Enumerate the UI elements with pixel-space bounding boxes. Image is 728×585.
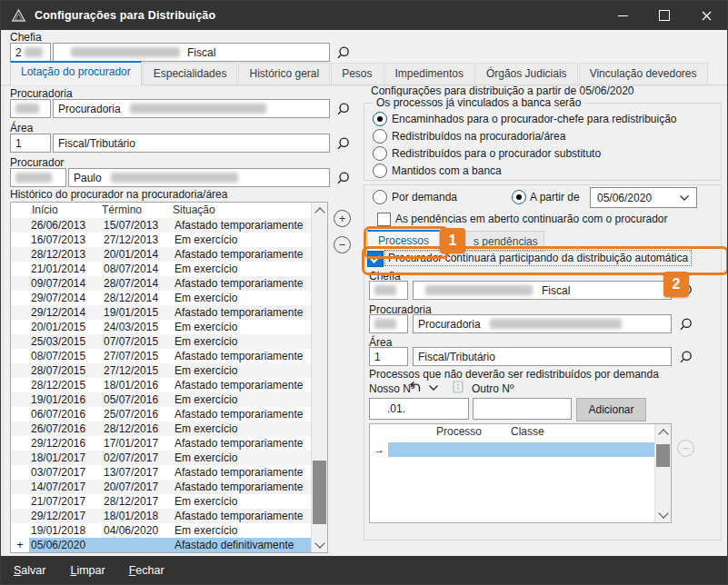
radio-redistribuidos-area[interactable] bbox=[373, 129, 387, 144]
date-combobox[interactable]: 05/06/2020 bbox=[590, 187, 697, 208]
procuradoria-right-name-field[interactable]: Procuradoria bbox=[413, 314, 672, 333]
table-row[interactable]: 18/01/201702/07/2017Em exercício bbox=[11, 451, 312, 465]
chefia-name-value: Fiscal bbox=[187, 46, 215, 59]
dropdown-button[interactable] bbox=[427, 383, 440, 392]
table-cell: 19/01/2015 bbox=[104, 305, 175, 320]
table-row[interactable]: 06/07/201625/07/2016Afastado temporariam… bbox=[11, 407, 312, 421]
table-row[interactable]: 28/12/201320/01/2014Afastado temporariam… bbox=[11, 247, 312, 262]
area-name-field[interactable]: Fiscal/Tributário bbox=[53, 134, 330, 153]
procurador-code-field[interactable] bbox=[10, 168, 66, 187]
procurador-name-field[interactable]: Paulo bbox=[68, 168, 330, 187]
chefia-name-field[interactable]: Fiscal bbox=[53, 43, 330, 62]
area-right-search-button[interactable] bbox=[677, 349, 693, 365]
area-right-name-field[interactable]: Fiscal/Tributário bbox=[413, 347, 672, 366]
area-code-field[interactable]: 1 bbox=[10, 134, 51, 153]
process-scrollbar[interactable] bbox=[654, 424, 671, 522]
table-cell: Em exercício bbox=[175, 233, 312, 247]
table-row[interactable]: 25/03/201507/07/2015Em exercício bbox=[11, 334, 312, 349]
auto-distribuicao-checkbox[interactable] bbox=[367, 251, 384, 267]
limpar-button[interactable]: Limpar bbox=[70, 564, 105, 577]
redacted-text bbox=[25, 47, 43, 57]
chefia-right-name-field[interactable]: Fiscal bbox=[413, 281, 672, 300]
history-remove-button[interactable]: − bbox=[334, 236, 351, 253]
table-cell: 25/07/2016 bbox=[104, 407, 175, 421]
table-row[interactable]: → bbox=[370, 442, 655, 457]
table-cell: 20/01/2014 bbox=[104, 247, 175, 262]
procuradoria-right-search-button[interactable] bbox=[677, 316, 693, 332]
table-row[interactable]: 14/07/201720/07/2017Afastado temporariam… bbox=[11, 480, 312, 494]
history-table: Início Término Situação 26/06/201315/07/… bbox=[10, 202, 328, 553]
maximize-button[interactable] bbox=[643, 1, 685, 30]
history-add-button[interactable]: + bbox=[334, 210, 351, 227]
table-cell: 06/07/2016 bbox=[29, 407, 104, 421]
radio-a-partir-de[interactable] bbox=[512, 190, 526, 204]
table-row[interactable]: 19/01/201804/06/2020Em exercício bbox=[11, 523, 312, 538]
tab-pesos[interactable]: Pesos bbox=[331, 63, 383, 84]
nosso-numero-input[interactable]: .01. bbox=[369, 398, 469, 420]
scroll-up-button[interactable] bbox=[312, 203, 327, 218]
area-search-button[interactable] bbox=[334, 135, 351, 152]
tab-lotacao-do-procurador[interactable]: Lotação do procurador bbox=[10, 61, 142, 85]
document-info-button[interactable] bbox=[452, 380, 464, 393]
procuradoria-search-button[interactable] bbox=[334, 101, 351, 117]
procurador-search-button[interactable] bbox=[334, 170, 351, 186]
tab-impedimentos[interactable]: Impedimentos bbox=[384, 63, 474, 84]
table-cell: 20/01/2015 bbox=[29, 320, 104, 334]
table-row[interactable]: 29/12/201419/01/2015Afastado temporariam… bbox=[11, 305, 312, 320]
table-row[interactable]: 03/07/201713/07/2017Afastado temporariam… bbox=[11, 465, 312, 480]
history-scrollbar[interactable] bbox=[311, 203, 327, 552]
table-cell: Em exercício bbox=[175, 451, 312, 465]
table-row[interactable]: 20/01/201524/03/2015Em exercício bbox=[11, 320, 312, 334]
undo-button[interactable] bbox=[407, 381, 422, 394]
chefia-right-code-field[interactable] bbox=[369, 281, 408, 300]
salvar-button[interactable]: Salvar bbox=[14, 564, 45, 577]
table-row[interactable]: 28/07/201527/12/2015Em exercício bbox=[11, 363, 312, 378]
process-remove-button[interactable]: − bbox=[677, 440, 694, 457]
table-row[interactable]: 09/07/201428/07/2014Afastado temporariam… bbox=[11, 276, 312, 291]
table-row[interactable]: 29/12/201718/01/2018Afastado temporariam… bbox=[11, 509, 312, 523]
table-row[interactable]: 26/06/201315/07/2013Afastado temporariam… bbox=[11, 218, 312, 233]
radio-por-demanda[interactable] bbox=[373, 190, 387, 204]
table-row[interactable]: 19/01/201605/07/2016Em exercício bbox=[11, 392, 312, 407]
subtab-processos[interactable]: Processos bbox=[367, 230, 440, 252]
table-cell: Em exercício bbox=[175, 494, 312, 509]
table-row[interactable]: 16/07/201327/12/2013Em exercício bbox=[11, 233, 312, 247]
procuradoria-code-field[interactable] bbox=[10, 99, 51, 118]
table-row[interactable]: 21/01/201408/07/2014Em exercício bbox=[11, 262, 312, 276]
table-row[interactable]: 21/07/201728/12/2017Em exercício bbox=[11, 494, 312, 509]
scroll-down-button[interactable] bbox=[312, 537, 327, 552]
tab-vinculacao-devedores[interactable]: Vinculação devedores bbox=[579, 63, 708, 84]
chefia-search-button[interactable] bbox=[334, 45, 351, 61]
tab-especialidades[interactable]: Especialidades bbox=[143, 63, 238, 84]
fechar-button[interactable]: Fechar bbox=[129, 564, 165, 577]
table-row[interactable]: 28/12/201518/01/2016Afastado temporariam… bbox=[11, 378, 312, 392]
chefia-code-field[interactable]: 2 bbox=[10, 43, 51, 62]
scrollbar-thumb[interactable] bbox=[656, 444, 670, 467]
radio-encaminhados[interactable] bbox=[373, 112, 387, 126]
table-row[interactable]: 26/07/201628/12/2016Em exercício bbox=[11, 421, 312, 436]
scrollbar-thumb[interactable] bbox=[313, 461, 326, 524]
pendencias-checkbox[interactable] bbox=[377, 213, 391, 226]
table-row[interactable]: 29/07/201428/12/2014Em exercício bbox=[11, 291, 312, 305]
scroll-down-button[interactable] bbox=[655, 507, 671, 522]
adicionar-button[interactable]: Adicionar bbox=[576, 398, 646, 421]
table-row[interactable]: +05/06/2020Afastado definitivamente bbox=[11, 538, 312, 552]
outro-numero-input[interactable] bbox=[473, 398, 572, 420]
nosso-numero-value: .01. bbox=[387, 402, 405, 415]
procuradoria-name-field[interactable]: Procuradoria bbox=[53, 99, 330, 118]
tab-orgaos-judiciais[interactable]: Órgãos Judiciais bbox=[475, 63, 578, 84]
radio-mantidos[interactable] bbox=[373, 164, 387, 178]
table-row[interactable]: 29/12/201617/01/2017Afastado temporariam… bbox=[11, 436, 312, 451]
area-right-code-field[interactable]: 1 bbox=[369, 347, 408, 366]
procuradoria-right-code-field[interactable] bbox=[369, 314, 408, 333]
table-cell: 28/07/2015 bbox=[29, 363, 104, 378]
table-row[interactable]: 08/07/201527/07/2015Afastado temporariam… bbox=[11, 349, 312, 363]
table-cell: 28/12/2017 bbox=[104, 494, 175, 509]
scroll-up-button[interactable] bbox=[655, 424, 671, 440]
radio-redistribuidos-substituto[interactable] bbox=[373, 146, 387, 161]
minimize-button[interactable] bbox=[602, 1, 643, 30]
close-button[interactable] bbox=[685, 1, 727, 30]
tab-historico-geral[interactable]: Histórico geral bbox=[238, 63, 330, 84]
redacted-text bbox=[490, 319, 622, 329]
table-cell bbox=[104, 538, 175, 552]
